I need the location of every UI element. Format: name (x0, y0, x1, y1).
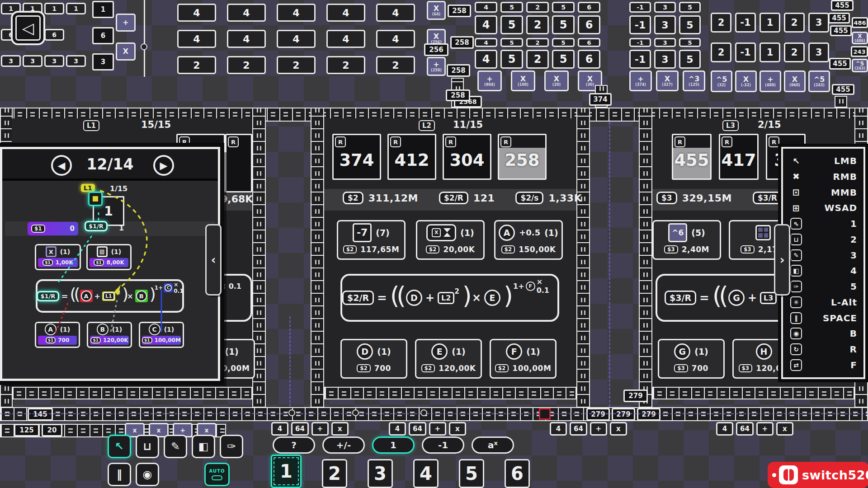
pause-button[interactable]: ‖ (108, 463, 131, 486)
machine-cell[interactable]: + (590, 422, 607, 436)
machine-cell[interactable]: x (331, 422, 349, 436)
operator-cell[interactable]: X(100) (511, 70, 535, 91)
machine-cell[interactable]: 6 (578, 15, 600, 34)
overlay-collapse-tab[interactable]: ‹ (205, 224, 222, 296)
machine-grid-c-row2[interactable]: 45256 (475, 15, 600, 34)
machine-cell[interactable]: 2 (784, 42, 805, 62)
machine-cell[interactable]: 2 (784, 13, 805, 33)
machine-cell[interactable]: 5 (500, 50, 523, 69)
next-page-button[interactable]: ▶ (153, 155, 174, 176)
machine-cell[interactable]: 4 (326, 30, 365, 48)
machine-cell[interactable]: -1 (735, 42, 756, 62)
machine-cell[interactable]: 4 (227, 4, 266, 22)
operator-cell[interactable]: X(-32) (735, 70, 757, 92)
machine-grid-c-row1[interactable]: 45256 (475, 2, 600, 13)
machine-cell[interactable]: 4 (376, 30, 415, 48)
machine-grid-b-row2[interactable]: 44444 (177, 30, 415, 48)
machine-cell[interactable]: 2 (526, 38, 549, 47)
machine-cell[interactable]: 5 (679, 38, 701, 47)
machine-grid-e-row1[interactable]: 2-1123 (711, 13, 829, 33)
machine-cell[interactable]: 1 (760, 13, 780, 33)
letter-upgrade-box[interactable]: A(1) $1700 (35, 322, 80, 348)
value-pill-button[interactable]: -1 (422, 436, 464, 454)
machine-cell[interactable]: 4 (326, 4, 365, 22)
value-pill-button[interactable]: ax (472, 436, 514, 454)
machine-cell[interactable]: -1 (735, 13, 756, 33)
machine-cell[interactable]: 4 (475, 38, 497, 47)
number-key-button[interactable]: 6 (505, 459, 530, 488)
machine-cell[interactable]: 2 (376, 56, 415, 74)
machine-cell[interactable]: 4 (550, 422, 567, 436)
machine-cell[interactable]: 5 (552, 15, 575, 34)
machine-grid-c-row4[interactable]: 45256 (475, 50, 600, 69)
l2-upgrade-minus7[interactable]: -7(7) $2117,65M (337, 220, 406, 260)
machine-cell[interactable]: 4 (277, 30, 316, 48)
operator-cell[interactable]: X(327) (656, 70, 679, 91)
machine-grid-d-row4[interactable]: -135 (629, 50, 701, 69)
number-key-button[interactable]: 3 (368, 459, 393, 488)
operator-cell[interactable]: ^5(243) (852, 59, 868, 72)
prev-page-button[interactable]: ◀ (51, 155, 72, 176)
machine-grid-c-row3[interactable]: 45256 (475, 38, 600, 47)
l2-register[interactable]: R304 (443, 134, 491, 180)
operator-cell[interactable]: ^5(32) (711, 70, 732, 92)
machine-cell[interactable]: 5 (552, 2, 575, 13)
machine-output-cell[interactable]: 1 (92, 1, 114, 18)
machine-cell[interactable]: 2 (711, 13, 731, 33)
machine-cell[interactable]: 1 (760, 42, 780, 62)
operator-cell[interactable]: ^5(243) (808, 70, 830, 92)
l1-register[interactable]: R (225, 134, 252, 192)
tool-button[interactable]: ✑ (220, 435, 243, 458)
machine-cell[interactable]: 4 (475, 50, 497, 69)
machine-grid-b-row1[interactable]: 44444 (177, 4, 415, 22)
machine-cell[interactable]: 6 (44, 29, 64, 41)
machine-cell[interactable]: 3 (654, 15, 676, 34)
machine-cell[interactable]: 5 (500, 15, 523, 34)
letter-upgrade-box[interactable]: F(1) $2100,00M (490, 339, 557, 379)
machine-cell[interactable]: 5 (679, 15, 701, 34)
l2-register[interactable]: R258 (498, 134, 547, 180)
number-key-button[interactable]: 1 (271, 455, 302, 488)
number-key-button[interactable]: 5 (459, 459, 484, 488)
machine-cell[interactable]: 64 (291, 422, 309, 436)
letter-upgrade-box[interactable]: C(1) $1100,00M (139, 322, 184, 348)
machine-cell[interactable]: 6 (578, 2, 600, 13)
operator-cell[interactable]: + (116, 14, 136, 32)
tool-button[interactable]: ✎ (164, 435, 187, 458)
operator-cell[interactable]: X(960) (784, 70, 806, 92)
machine-cell[interactable]: -1 (629, 15, 651, 34)
machine-grid-a-row3[interactable]: 3333 (1, 55, 86, 67)
machine-output-cell[interactable]: 3 (92, 53, 114, 70)
operator-column-a[interactable]: +X (116, 14, 136, 61)
operator-cell[interactable]: +(904) (477, 70, 502, 91)
auto-toggle-button[interactable]: AUTO (204, 463, 230, 486)
operator-row-c[interactable]: +(904)X(100)X(20)X(30) (477, 70, 602, 91)
machine-cell[interactable]: 1 (66, 3, 86, 14)
machine-cell[interactable]: 2 (326, 56, 365, 74)
operator-cell[interactable]: X (116, 42, 136, 61)
machine-cell[interactable]: 3 (44, 55, 64, 67)
value-pill-button[interactable]: 1 (372, 436, 415, 454)
machine-cell[interactable]: 3 (66, 55, 86, 67)
back-button[interactable]: ◁ (11, 11, 45, 45)
machine-cell[interactable]: -1 (629, 50, 651, 69)
bottom-group[interactable]: 464+x (550, 422, 627, 436)
machine-cell[interactable]: 64 (409, 422, 426, 436)
mini-selected-cell[interactable] (88, 192, 103, 206)
machine-cell[interactable]: 3 (654, 2, 676, 13)
machine-cell[interactable]: + (311, 422, 329, 436)
letter-upgrade-box[interactable]: G(1) $3700 (658, 339, 725, 379)
machine-cell[interactable]: 5 (552, 38, 575, 47)
machine-grid-d-row2[interactable]: -135 (629, 15, 701, 34)
machine-output-cell[interactable]: 6 (92, 27, 114, 44)
operator-cell[interactable]: +(258) (427, 57, 446, 76)
machine-cell[interactable]: -1 (629, 38, 651, 47)
tool-button[interactable]: ↖ (108, 435, 131, 458)
number-key-button[interactable]: 2 (322, 459, 347, 488)
machine-cell[interactable]: 2 (711, 42, 731, 62)
machine-cell[interactable]: 64 (570, 422, 587, 436)
value-pill-button[interactable]: +/- (322, 436, 365, 454)
l2-upgrade-a-bonus[interactable]: A+0.5(1) $2150,00K (494, 220, 563, 260)
machine-cell[interactable]: 3 (654, 50, 676, 69)
machine-cell[interactable]: 2 (526, 2, 549, 13)
